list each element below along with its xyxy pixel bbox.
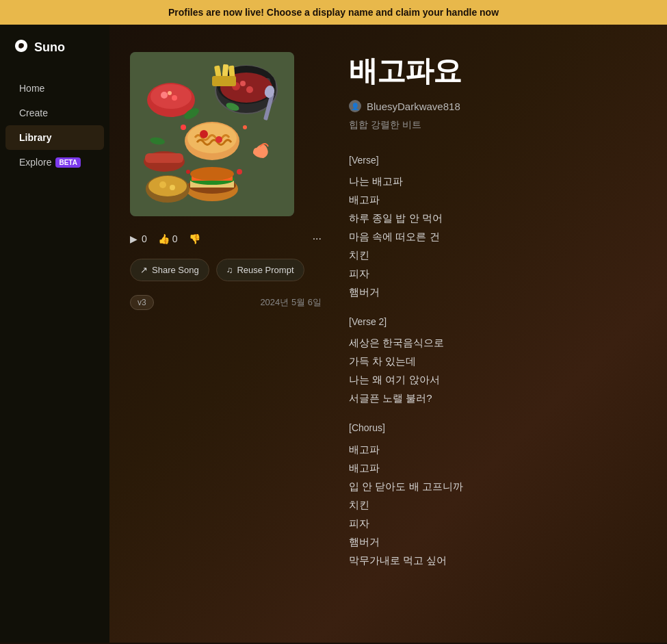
genre-text: 힙합 강렬한 비트: [349, 119, 646, 131]
artist-name: BluesyDarkwave818: [367, 101, 460, 112]
lyrics-line: 마음 속에 떠오른 건: [349, 227, 646, 246]
version-date-row: v3 2024년 5월 6일: [130, 292, 322, 313]
lyrics-line: 하루 종일 밥 안 먹어: [349, 209, 646, 227]
lyrics-line: 피자: [349, 514, 646, 532]
lyrics-line: 배고파: [349, 459, 646, 477]
svg-point-13: [151, 84, 192, 109]
svg-rect-11: [212, 76, 236, 86]
lyrics-line: 막무가내로 먹고 싶어: [349, 551, 646, 569]
svg-point-35: [170, 185, 175, 190]
svg-point-26: [190, 167, 234, 181]
main-content: ▶ 0 👍 0 👎 ··· ↗ Share Song: [109, 25, 667, 643]
svg-point-40: [186, 170, 190, 174]
version-badge: v3: [130, 295, 154, 310]
lyrics-line: 치킨: [349, 246, 646, 264]
lyrics-line: 나는 왜 여기 앉아서: [349, 370, 646, 389]
lyrics-line: 입 안 닫아도 배 고프니까: [349, 477, 646, 495]
more-options-button[interactable]: ···: [313, 233, 322, 245]
album-art: [130, 52, 294, 216]
share-song-button[interactable]: ↗ Share Song: [130, 259, 209, 281]
sidebar-item-home[interactable]: Home: [5, 76, 104, 101]
banner-text: Profiles are now live! Choose a display …: [168, 7, 499, 18]
sidebar: Suno Home Create Library Explore BETA: [0, 25, 109, 643]
song-date: 2024년 5월 6일: [260, 296, 322, 309]
logo-label: Suno: [34, 40, 65, 55]
svg-point-34: [159, 181, 166, 188]
like-button[interactable]: 👍 0: [158, 233, 178, 244]
share-label: Share Song: [152, 265, 199, 275]
song-title: 배고파요: [349, 52, 646, 90]
logo-icon: [14, 38, 29, 57]
lyrics-line: 배고파: [349, 440, 646, 459]
lyrics-line: 치킨: [349, 495, 646, 514]
music-note-icon: ♫: [226, 265, 233, 275]
left-panel: ▶ 0 👍 0 👎 ··· ↗ Share Song: [130, 52, 322, 615]
like-icon: 👍: [158, 233, 170, 244]
lyrics-line: 서글픈 노랠 불러?: [349, 389, 646, 407]
play-button[interactable]: ▶ 0: [130, 233, 147, 244]
like-count: 0: [172, 233, 178, 244]
share-icon: ↗: [140, 265, 148, 275]
lyrics-line: 햄버거: [349, 532, 646, 551]
svg-point-14: [161, 92, 168, 99]
lyrics-line: 나는 배고파: [349, 172, 646, 190]
lyrics-line: 피자: [349, 264, 646, 283]
controls-row: ▶ 0 👍 0 👎 ···: [130, 227, 322, 250]
more-icon: ···: [313, 233, 322, 244]
lyrics-line: 햄버거: [349, 283, 646, 301]
dislike-icon: 👎: [189, 233, 200, 244]
play-count: 0: [142, 233, 147, 244]
right-panel: 배고파요 👤 BluesyDarkwave818 힙합 강렬한 비트 [Vers…: [322, 52, 646, 615]
svg-point-18: [187, 123, 237, 153]
svg-point-7: [240, 81, 246, 86]
svg-point-6: [246, 86, 253, 93]
reuse-label: Reuse Prompt: [237, 265, 293, 275]
dislike-button[interactable]: 👎: [189, 233, 200, 244]
lyrics-line: 배고파: [349, 190, 646, 209]
lyrics-line: 가득 차 있는데: [349, 352, 646, 370]
svg-point-16: [168, 91, 172, 95]
artist-icon: 👤: [349, 100, 361, 112]
svg-rect-28: [145, 153, 183, 163]
chorus-label: [Chorus]: [349, 420, 646, 437]
svg-point-20: [215, 136, 222, 143]
announcement-banner[interactable]: Profiles are now live! Choose a display …: [0, 0, 667, 25]
svg-point-38: [181, 125, 186, 130]
svg-point-19: [200, 130, 208, 138]
action-buttons: ↗ Share Song ♫ Reuse Prompt: [130, 259, 322, 281]
lyrics-line: 세상은 한국음식으로: [349, 333, 646, 352]
sidebar-item-explore[interactable]: Explore BETA: [5, 150, 104, 175]
logo: Suno: [0, 38, 109, 76]
artist-row: 👤 BluesyDarkwave818: [349, 100, 646, 112]
svg-point-41: [237, 169, 242, 175]
play-icon: ▶: [130, 233, 138, 244]
verse1-label: [Verse]: [349, 152, 646, 169]
explore-label: Explore: [19, 157, 51, 168]
svg-point-15: [172, 95, 177, 101]
reuse-prompt-button[interactable]: ♫ Reuse Prompt: [216, 259, 304, 281]
lyrics-block: [Verse] 나는 배고파 배고파 하루 종일 밥 안 먹어 마음 속에 떠오…: [349, 152, 646, 569]
verse2-label: [Verse 2]: [349, 313, 646, 331]
sidebar-item-create[interactable]: Create: [5, 101, 104, 125]
svg-point-33: [148, 176, 187, 196]
beta-badge: BETA: [55, 157, 80, 168]
svg-point-39: [243, 125, 247, 129]
sidebar-item-library[interactable]: Library: [5, 125, 104, 150]
